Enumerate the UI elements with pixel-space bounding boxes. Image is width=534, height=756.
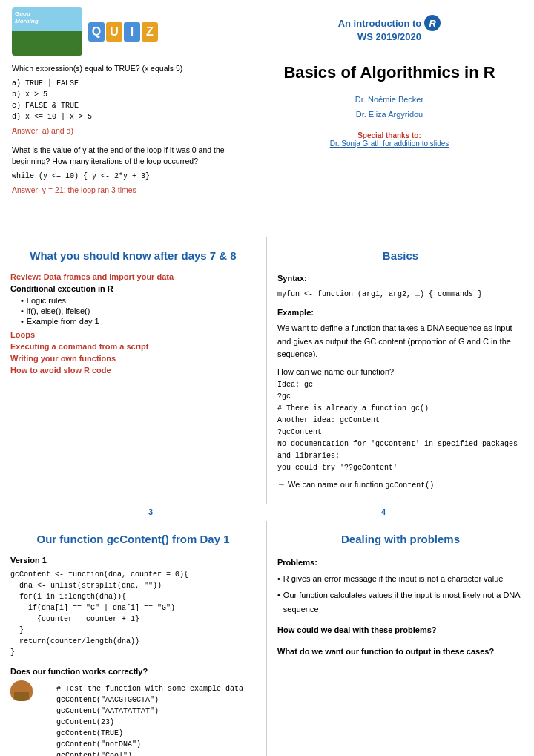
question2-code: while (y <= 10) { y <- 2*y + 3} [12,171,257,182]
gccontent-inline: gcContent() [385,481,434,490]
what-output: What do we want our function to output i… [277,645,524,659]
slide3-right-title: Dealing with problems [277,533,524,545]
slide-3-wrapper: Our function gcContent() from Day 1 Vers… [0,521,534,756]
slide-1-left: GoodMorning Q U I Z Which expression(s) … [12,7,257,204]
intro-title-line: An introduction to R [338,15,441,31]
quiz-u: U [106,22,122,42]
review-item[interactable]: Review: Data frames and import your data [10,272,256,281]
good-morning-text: GoodMorning [15,10,39,26]
version-code: gcContent <- function(dna, counter = 0){… [10,569,256,658]
slide-3-right: Dealing with problems Problems: R gives … [267,521,534,756]
question-2: What is the value of y at the end of the… [12,145,257,168]
page-3: 3 [148,507,153,516]
basics-section: Syntax: myfun <- function (arg1, arg2, …… [277,272,524,492]
avoid-slow-item[interactable]: How to avoid slow R code [10,366,256,375]
slide-2-right: Basics Syntax: myfun <- function (arg1, … [267,237,534,504]
page-4: 4 [381,507,386,516]
intro-thanks: Special thanks to: Dr. Sonja Grath for a… [330,131,449,148]
author1: Dr. Noémie Becker [355,93,423,108]
executing-item[interactable]: Executing a command from a script [10,342,256,351]
example-day1-item: Example from day 1 [21,317,256,326]
syntax-label: Syntax: [277,272,524,286]
example-label: Example: [277,306,524,320]
page: GoodMorning Q U I Z Which expression(s) … [0,0,534,756]
problems-label: Problems: [277,556,524,570]
question-1: Which expression(s) equal to TRUE? (x eq… [12,63,257,75]
does-it-work: Does our function works correctly? [10,667,256,676]
r-logo: R [424,15,441,31]
quiz-content: Which expression(s) equal to TRUE? (x eq… [12,63,257,197]
syntax-code: myfun <- function (arg1, arg2, …) { comm… [277,289,524,300]
thanks-label: Special thanks to: [330,131,449,139]
test-code: # Test the function with some example da… [39,683,243,756]
main-title: Basics of Algorithmics in R [283,63,495,82]
intro-ws: WS 2019/2020 [338,31,441,42]
slide2-page-nums: 3 4 [0,504,534,521]
test-section: # Test the function with some example da… [10,679,256,756]
how-label: How can we name our function? [277,366,524,379]
quiz-i: I [124,22,140,42]
example-text: We want to define a function that takes … [277,322,524,361]
slide3-left-title: Our function gcContent() from Day 1 [10,533,256,545]
intro-line1: An introduction to [338,18,422,29]
quiz-z: Z [142,22,158,42]
slide-3-left: Our function gcContent() from Day 1 Vers… [0,521,267,756]
conditional-item: Conditional execution in R [10,284,256,293]
quiz-letters-banner: Q U I Z [88,22,158,42]
another-label: Another idea: gcContent [277,415,524,427]
quiz-banner: GoodMorning Q U I Z [12,7,257,56]
slide-1-right: An introduction to R WS 2019/2020 Basics… [257,7,522,148]
author2: Dr. Eliza Argyridou [355,108,423,122]
writing-functions-item[interactable]: Writing your own functions [10,354,256,363]
slide2-left-title: What you should know after days 7 & 8 [10,249,256,262]
slide-2: What you should know after days 7 & 8 Re… [0,237,534,504]
nodoc-text: No documentation for 'gcContent' in spec… [277,438,524,474]
arrow-text: → We can name our function gcContent() [277,479,524,492]
comment1: # There is already a function gc() [277,403,524,415]
quiz-letters: Q U I Z [88,22,158,42]
logic-rules-item: Logic rules [21,296,256,305]
dealing-problems: Problems: R gives an error message if th… [277,556,524,659]
slide-2-wrapper: What you should know after days 7 & 8 Re… [0,237,534,521]
quiz-q: Q [88,22,105,42]
gc-code: ?gc [277,391,524,403]
loops-item[interactable]: Loops [10,330,256,339]
version-label: Version 1 [10,556,256,565]
ifelse-item: if(), else(), ifelse() [21,306,256,315]
intro-header: An introduction to R WS 2019/2020 [338,15,441,42]
how-deal: How could we deal with these problems? [277,623,524,637]
answer1-options: a) TRUE | FALSEb) x > 5c) FALSE & TRUEd)… [12,78,257,122]
intro-authors: Dr. Noémie Becker Dr. Eliza Argyridou [355,93,423,122]
answer-1: Answer: a) and d) [12,125,257,137]
slide2-right-title: Basics [277,249,524,262]
answer-2: Answer: y = 21; the loop ran 3 times [12,185,257,197]
slide-3: Our function gcContent() from Day 1 Vers… [0,521,534,756]
gccontent-code: ?gcContent [277,427,524,438]
problem-1: R gives an error message if the input is… [277,572,524,586]
problem-2: Our function calculates values if the in… [277,588,524,616]
slide-2-left: What you should know after days 7 & 8 Re… [0,237,267,504]
idea-label: Idea: gc [277,379,524,391]
thanks-name: Dr. Sonja Grath for addition to slides [330,139,449,148]
slide-1: GoodMorning Q U I Z Which expression(s) … [0,0,534,237]
